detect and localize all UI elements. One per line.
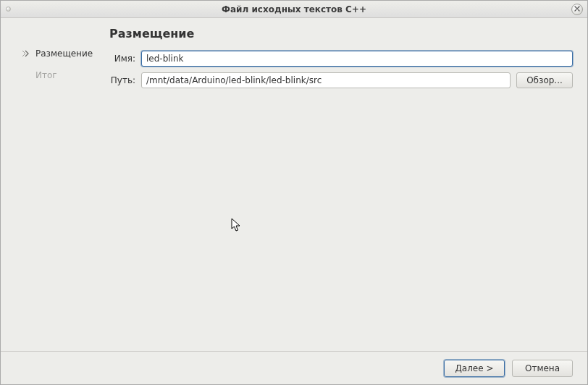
content: Размещение Итог Размещение Имя: Путь: Об…: [1, 18, 587, 384]
wizard-step-placement: Размещение: [15, 47, 96, 60]
wizard-step-summary: Итог: [15, 69, 96, 82]
wizard-step-label: Размещение: [35, 48, 93, 59]
name-input[interactable]: [141, 51, 573, 67]
main-panel: Размещение Имя: Путь: Обзор...: [96, 25, 573, 347]
name-label: Имя:: [109, 54, 135, 64]
dialog-footer: Далее > Отмена: [1, 351, 587, 384]
next-button-rest: алее >: [462, 363, 494, 373]
close-button[interactable]: [571, 4, 583, 15]
titlebar: Файл исходных текстов C++: [1, 1, 587, 18]
close-icon: [574, 6, 580, 13]
path-input[interactable]: [141, 72, 511, 88]
body: Размещение Итог Размещение Имя: Путь: Об…: [1, 18, 587, 351]
wizard-steps-sidebar: Размещение Итог: [15, 25, 96, 347]
dialog-window: Файл исходных текстов C++: [0, 0, 588, 385]
next-button-mnemonic: Д: [455, 363, 461, 373]
path-row: Путь: Обзор...: [109, 72, 573, 88]
cancel-button[interactable]: Отмена: [512, 360, 573, 377]
wizard-step-label: Итог: [35, 70, 57, 80]
name-row: Имя:: [109, 51, 573, 67]
browse-button[interactable]: Обзор...: [516, 72, 573, 88]
page-heading: Размещение: [109, 27, 573, 41]
titlebar-left-dot-icon: [6, 7, 11, 12]
window-title: Файл исходных текстов C++: [1, 4, 587, 14]
step-inactive-icon: [21, 70, 31, 80]
path-label: Путь:: [109, 75, 135, 85]
step-active-arrow-icon: [21, 48, 31, 59]
next-button[interactable]: Далее >: [444, 360, 505, 377]
